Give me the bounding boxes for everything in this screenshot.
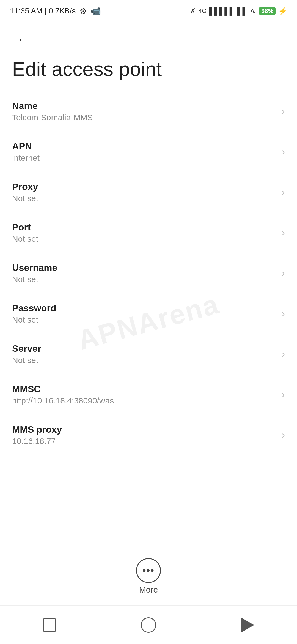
name-label: Name <box>12 100 276 111</box>
server-label: Server <box>12 343 276 354</box>
page-title: Edit access point <box>0 53 297 91</box>
settings-icon: ⚙ <box>79 6 87 16</box>
server-value: Not set <box>12 356 276 365</box>
proxy-chevron: › <box>282 187 285 198</box>
username-chevron: › <box>282 268 285 279</box>
more-dots-icon: ••• <box>142 566 155 575</box>
time-display: 11:35 AM | 0.7KB/s <box>10 7 76 15</box>
status-time-speed: 11:35 AM | 0.7KB/s ⚙ 📹 <box>10 6 101 16</box>
port-chevron: › <box>282 227 285 239</box>
password-chevron: › <box>282 308 285 320</box>
back-row: ← <box>0 20 297 53</box>
port-label: Port <box>12 222 276 233</box>
apn-label: APN <box>12 141 276 152</box>
signal-4g-icon: 4G <box>199 7 207 15</box>
name-item[interactable]: Name Telcom-Somalia-MMS › <box>12 91 285 132</box>
recent-apps-button[interactable] <box>38 614 61 636</box>
password-label: Password <box>12 303 276 313</box>
password-item[interactable]: Password Not set › <box>12 293 285 334</box>
back-nav-button[interactable] <box>237 614 258 636</box>
mmsc-label: MMSC <box>12 384 276 394</box>
recent-apps-icon <box>43 618 56 632</box>
username-label: Username <box>12 262 276 273</box>
more-button[interactable]: ••• More <box>136 558 161 594</box>
mmsc-item[interactable]: MMSC http://10.16.18.4:38090/was › <box>12 374 285 415</box>
mms-proxy-item[interactable]: MMS proxy 10.16.18.77 › <box>12 415 285 455</box>
apn-value: internet <box>12 153 276 163</box>
home-icon <box>141 617 156 633</box>
mmsc-chevron: › <box>282 389 285 400</box>
status-icons: ✗ 4G ▌▌▌▌▌ ▌▌ ∿ 38 % ⚡ <box>190 7 287 15</box>
home-button[interactable] <box>138 614 160 636</box>
port-value: Not set <box>12 234 276 244</box>
username-item[interactable]: Username Not set › <box>12 253 285 293</box>
username-value: Not set <box>12 275 276 284</box>
apn-chevron: › <box>282 146 285 158</box>
proxy-item[interactable]: Proxy Not set › <box>12 172 285 212</box>
bluetooth-icon: ✗ <box>190 7 196 15</box>
camera-icon: 📹 <box>91 6 101 16</box>
bottom-nav <box>0 605 297 644</box>
more-label: More <box>139 585 158 594</box>
password-value: Not set <box>12 315 276 324</box>
back-button[interactable]: ← <box>12 28 34 50</box>
mms-proxy-label: MMS proxy <box>12 424 276 435</box>
mms-proxy-value: 10.16.18.77 <box>12 436 276 446</box>
mmsc-value: http://10.16.18.4:38090/was <box>12 396 276 405</box>
port-item[interactable]: Port Not set › <box>12 212 285 253</box>
signal-bars-icon: ▌▌▌▌▌ <box>209 7 235 15</box>
battery-indicator: 38 % <box>259 7 276 15</box>
charging-icon: ⚡ <box>278 7 287 15</box>
server-chevron: › <box>282 348 285 360</box>
mms-proxy-chevron: › <box>282 429 285 441</box>
name-chevron: › <box>282 106 285 117</box>
proxy-value: Not set <box>12 194 276 203</box>
settings-list: Name Telcom-Somalia-MMS › APN internet ›… <box>0 91 297 455</box>
name-value: Telcom-Somalia-MMS <box>12 113 276 122</box>
wifi-icon: ∿ <box>250 7 256 15</box>
proxy-label: Proxy <box>12 181 276 192</box>
apn-item[interactable]: APN internet › <box>12 132 285 172</box>
status-bar: 11:35 AM | 0.7KB/s ⚙ 📹 ✗ 4G ▌▌▌▌▌ ▌▌ ∿ 3… <box>0 0 297 20</box>
back-nav-icon <box>241 617 254 633</box>
signal-bars2-icon: ▌▌ <box>237 7 248 15</box>
server-item[interactable]: Server Not set › <box>12 334 285 374</box>
